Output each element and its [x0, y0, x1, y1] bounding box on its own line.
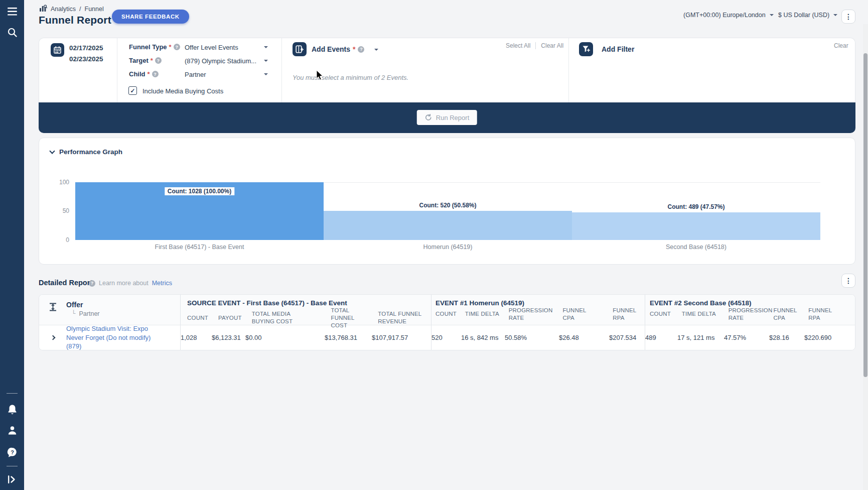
- clear-all-link[interactable]: Clear All: [541, 42, 563, 49]
- y-tick-100: 100: [49, 179, 69, 186]
- funnel-type-select[interactable]: Offer Level Events: [185, 44, 238, 51]
- user-icon[interactable]: [0, 425, 24, 436]
- detailed-report-subtitle: ? Learn more about Metrics: [89, 280, 172, 287]
- clear-filters-link[interactable]: Clear: [834, 42, 848, 49]
- table-header: Offer └Partner SOURCE EVENT - First Base…: [39, 295, 855, 325]
- chevron-down-icon: [833, 14, 837, 16]
- chevron-down-icon: [770, 14, 774, 16]
- detailed-report-table: Offer └Partner SOURCE EVENT - First Base…: [39, 294, 855, 350]
- date-end[interactable]: 02/23/2025: [69, 55, 103, 63]
- cell-time-delta: 16 s, 842 ms: [461, 334, 505, 341]
- chevron-down-icon[interactable]: [264, 46, 268, 48]
- breadcrumb-analytics[interactable]: Analytics: [51, 6, 76, 13]
- column-header[interactable]: COUNT: [436, 310, 465, 318]
- performance-graph-header[interactable]: Performance Graph: [50, 148, 122, 156]
- chevron-down-icon[interactable]: [374, 49, 378, 51]
- refresh-icon: [425, 114, 432, 121]
- link-divider: [535, 42, 536, 49]
- expand-icon[interactable]: [0, 475, 24, 484]
- cell-total-media-buying-cost: $0.00: [245, 334, 325, 341]
- column-header[interactable]: TOTAL FUNNEL REVENUE: [378, 310, 431, 325]
- cell-total-funnel-revenue: $107,917.57: [372, 334, 425, 341]
- column-header[interactable]: PROGRESSION RATE: [509, 307, 563, 322]
- help-circle-icon[interactable]: ?: [174, 44, 180, 50]
- offer-column-header[interactable]: Offer: [66, 295, 180, 309]
- chevron-down-icon[interactable]: [264, 73, 268, 75]
- scrollbar-track[interactable]: [863, 24, 868, 490]
- column-header[interactable]: TIME DELTA: [465, 310, 509, 318]
- funnel-bar-step-2[interactable]: [324, 211, 572, 240]
- expand-row-icon[interactable]: [50, 335, 55, 340]
- panel-divider: [281, 38, 282, 102]
- y-tick-50: 50: [49, 207, 69, 214]
- column-header[interactable]: TIME DELTA: [682, 310, 729, 318]
- filter-panel: 02/17/2025 02/23/2025 Funnel Type*? Offe…: [39, 38, 855, 102]
- include-media-buying-costs-checkbox[interactable]: ✓: [128, 86, 137, 95]
- bell-icon[interactable]: [0, 404, 24, 415]
- analytics-icon: [39, 5, 47, 14]
- cell-count: 489: [645, 334, 677, 341]
- help-circle-icon[interactable]: ?: [152, 71, 159, 77]
- detailed-report-title: Detailed Report: [39, 279, 92, 287]
- search-icon[interactable]: [0, 28, 24, 37]
- currency-value: $ US Dollar (USD): [778, 12, 829, 19]
- add-filter-icon: [579, 42, 593, 56]
- column-header[interactable]: PROGRESSION RATE: [729, 307, 774, 322]
- column-header[interactable]: FUNNEL RPA: [613, 307, 645, 322]
- cell-progression-rate: 47.57%: [724, 334, 769, 341]
- target-label: Target*?: [129, 57, 162, 64]
- svg-text:?: ?: [11, 449, 14, 455]
- cell-time-delta: 17 s, 121 ms: [677, 334, 724, 341]
- date-start[interactable]: 02/17/2025: [69, 44, 103, 52]
- offer-link[interactable]: Olympic Stadium Visit: Expo Never Forget…: [66, 324, 161, 350]
- sidebar: ?: [0, 0, 24, 490]
- select-all-link[interactable]: Select All: [506, 42, 530, 49]
- funnel-bar-step-3[interactable]: [572, 212, 820, 240]
- currency-select[interactable]: $ US Dollar (USD): [778, 12, 837, 19]
- chevron-down-icon[interactable]: [264, 60, 268, 62]
- bar-label: Count: 1028 (100.00%): [165, 187, 234, 195]
- column-header[interactable]: COUNT: [650, 310, 682, 318]
- offer-child-header: └Partner: [66, 310, 180, 317]
- column-header[interactable]: TOTAL MEDIA BUYING COST: [252, 310, 331, 325]
- metrics-link[interactable]: Metrics: [152, 280, 172, 287]
- funnel-type-label: Funnel Type*?: [129, 43, 180, 51]
- cell-funnel-rpa: $207.534: [609, 334, 641, 341]
- tree-branch-icon: └: [72, 310, 76, 317]
- menu-icon[interactable]: [0, 8, 24, 16]
- run-report-button[interactable]: Run Report: [417, 110, 477, 125]
- help-icon[interactable]: ?: [0, 447, 24, 458]
- panel-divider: [568, 38, 569, 102]
- timezone-value: (GMT+00:00) Europe/London: [683, 12, 766, 19]
- x-label-step-1: First Base (64517) - Base Event: [75, 243, 324, 251]
- column-header[interactable]: FUNNEL RPA: [808, 307, 855, 322]
- include-media-buying-costs-label: Include Media Buying Costs: [142, 87, 223, 95]
- scrollbar-thumb[interactable]: [863, 53, 867, 377]
- row-height-icon[interactable]: [39, 295, 66, 325]
- add-events-label: Add Events*?: [312, 45, 364, 53]
- bar-label: Count: 489 (47.57%): [664, 203, 728, 211]
- target-select[interactable]: (879) Olympic Stadium...: [185, 57, 256, 65]
- column-header[interactable]: COUNT: [187, 314, 218, 322]
- performance-graph-panel: Performance Graph 100 50 0 Count: 1028 (…: [39, 138, 855, 265]
- share-feedback-button[interactable]: SHARE FEEDBACK: [112, 10, 189, 24]
- child-label: Child*?: [129, 70, 159, 78]
- help-circle-icon[interactable]: ?: [358, 46, 364, 53]
- breadcrumb-funnel[interactable]: Funnel: [85, 6, 104, 13]
- cell-payout: $6,123.31: [212, 334, 245, 341]
- column-header[interactable]: FUNNEL CPA: [773, 307, 808, 322]
- timezone-select[interactable]: (GMT+00:00) Europe/London: [683, 12, 774, 19]
- help-circle-icon[interactable]: ?: [89, 280, 95, 287]
- help-circle-icon[interactable]: ?: [155, 57, 162, 64]
- column-header[interactable]: PAYOUT: [218, 314, 252, 322]
- detailed-report-kebab-button[interactable]: ⋮: [841, 274, 855, 288]
- calendar-icon[interactable]: [51, 43, 64, 57]
- performance-graph-title: Performance Graph: [59, 148, 122, 156]
- funnel-chart: Count: 1028 (100.00%) Count: 520 (50.58%…: [75, 182, 820, 240]
- column-header[interactable]: FUNNEL CPA: [562, 307, 613, 322]
- cell-count: 520: [431, 334, 461, 341]
- group-header-event-2: EVENT #2 Second Base (64518): [645, 295, 855, 307]
- child-select[interactable]: Partner: [185, 71, 206, 78]
- header-kebab-menu-button[interactable]: ⋮: [841, 10, 855, 24]
- cell-progression-rate: 50.58%: [505, 334, 559, 341]
